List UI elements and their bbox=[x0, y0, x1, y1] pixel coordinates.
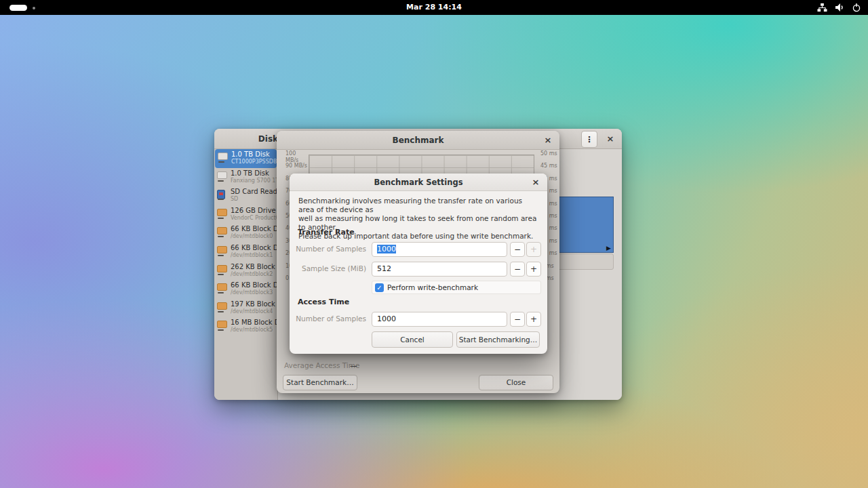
sidebar-device-item[interactable]: 16 MB Block Dev /dev/mtdblock5 bbox=[214, 317, 277, 336]
check-icon: ✓ bbox=[376, 284, 382, 291]
block-icon bbox=[217, 283, 228, 294]
sidebar-device-item[interactable]: 66 KB Block Dev /dev/mtdblock3 bbox=[214, 280, 277, 299]
plus-icon: + bbox=[530, 314, 537, 324]
block-icon bbox=[217, 209, 228, 220]
access-samples-row: Number of Samples 1000 − + bbox=[290, 312, 547, 327]
axis-tick-label: 50 ms bbox=[540, 150, 558, 157]
device-subtitle: /dev/mtdblock1 bbox=[231, 252, 276, 259]
plus-button[interactable]: + bbox=[526, 312, 541, 327]
sidebar-device-item[interactable]: 126 GB Drive VendorC ProductC bbox=[214, 205, 277, 224]
device-title: 66 KB Block Dev bbox=[231, 225, 276, 233]
minus-icon: − bbox=[514, 245, 521, 254]
average-access-time-label: Average Access Time bbox=[284, 361, 359, 369]
device-title: 126 GB Drive bbox=[231, 207, 276, 215]
transfer-samples-input[interactable]: 1000 bbox=[372, 242, 507, 257]
device-subtitle: CT1000P3PSSD8 bbox=[231, 159, 275, 165]
minus-icon: − bbox=[514, 264, 521, 274]
device-subtitle: /dev/mtdblock5 bbox=[231, 327, 276, 333]
selected-text: 1000 bbox=[377, 245, 396, 253]
transfer-rate-heading: Transfer Rate bbox=[298, 228, 355, 237]
device-title: 66 KB Block Dev bbox=[231, 281, 276, 289]
device-sidebar: 1.0 TB Disk CT1000P3PSSD8 1.0 TB Disk Fa… bbox=[214, 149, 278, 400]
write-benchmark-label: Perform write-benchmark bbox=[387, 283, 478, 291]
sd-icon bbox=[217, 190, 228, 201]
sample-size-input[interactable]: 512 bbox=[372, 262, 507, 277]
device-title: 197 KB Block De bbox=[231, 300, 276, 308]
access-samples-label: Number of Samples bbox=[290, 314, 366, 323]
device-title: SD Card Reader bbox=[231, 188, 276, 196]
device-subtitle: VendorC ProductC bbox=[231, 215, 276, 222]
block-icon bbox=[217, 302, 228, 313]
axis-tick-label: 90 MB/s bbox=[285, 163, 309, 169]
block-icon bbox=[217, 265, 228, 276]
device-title: 262 KB Block De bbox=[231, 263, 276, 271]
kebab-icon: ⋮ bbox=[585, 135, 593, 144]
average-access-time-value: — bbox=[350, 361, 357, 369]
device-subtitle: /dev/mtdblock0 bbox=[231, 233, 276, 240]
sidebar-device-item[interactable]: 1.0 TB Disk CT1000P3PSSD8 bbox=[215, 149, 277, 168]
sidebar-device-item[interactable]: 1.0 TB Disk Fanxiang S700 1TB bbox=[214, 168, 277, 187]
sidebar-device-item[interactable]: 66 KB Block Dev /dev/mtdblock0 bbox=[214, 224, 277, 243]
access-time-heading: Access Time bbox=[298, 298, 349, 306]
axis-tick-label: 45 ms bbox=[540, 163, 558, 169]
drive-icon bbox=[217, 171, 228, 182]
close-icon[interactable]: × bbox=[530, 176, 542, 188]
device-title: 16 MB Block Dev bbox=[231, 319, 276, 327]
minus-icon: − bbox=[514, 314, 521, 324]
device-title: 66 KB Block Dev bbox=[231, 244, 276, 252]
write-benchmark-checkbox[interactable]: ✓ bbox=[375, 283, 384, 292]
volume-icon bbox=[835, 3, 844, 12]
cancel-button[interactable]: Cancel bbox=[372, 331, 453, 348]
network-wired-icon bbox=[817, 3, 827, 12]
device-subtitle: SD bbox=[231, 196, 276, 203]
close-icon[interactable]: × bbox=[542, 134, 554, 146]
device-title: 1.0 TB Disk bbox=[231, 169, 276, 178]
plus-icon: + bbox=[530, 264, 537, 274]
sample-size-row: Sample Size (MiB) 512 − + bbox=[290, 262, 547, 277]
sidebar-device-item[interactable]: SD Card Reader SD bbox=[214, 186, 277, 205]
average-access-time-row: Average Access Time — bbox=[284, 361, 359, 369]
sidebar-device-item[interactable]: 197 KB Block De /dev/mtdblock4 bbox=[214, 299, 277, 318]
close-icon[interactable]: × bbox=[604, 133, 616, 145]
minus-button[interactable]: − bbox=[510, 312, 525, 327]
device-subtitle: /dev/mtdblock3 bbox=[231, 289, 276, 296]
settings-dialog-title: Benchmark Settings bbox=[290, 174, 547, 191]
transfer-samples-row: Number of Samples 1000 − + bbox=[290, 242, 547, 258]
block-icon bbox=[217, 321, 228, 331]
benchmark-close-button[interactable]: Close bbox=[479, 375, 553, 390]
axis-tick-label: 100 MB/s bbox=[285, 150, 309, 157]
drive-icon bbox=[218, 152, 229, 163]
write-benchmark-row: ✓ Perform write-benchmark bbox=[372, 281, 541, 294]
minus-button[interactable]: − bbox=[510, 242, 525, 257]
power-icon bbox=[852, 3, 861, 12]
sidebar-device-item[interactable]: 262 KB Block De /dev/mtdblock2 bbox=[214, 262, 277, 281]
device-subtitle: /dev/mtdblock2 bbox=[231, 271, 276, 278]
benchmark-settings-dialog: Benchmark Settings × Benchmarking involv… bbox=[290, 174, 547, 354]
device-subtitle: Fanxiang S700 1TB bbox=[231, 178, 276, 184]
plus-button[interactable]: + bbox=[526, 262, 541, 277]
device-title: 1.0 TB Disk bbox=[231, 150, 275, 159]
sidebar-device-item[interactable]: 66 KB Block Dev /dev/mtdblock1 bbox=[214, 243, 277, 262]
plus-button: + bbox=[526, 242, 541, 257]
settings-headerbar: Benchmark Settings × bbox=[290, 174, 547, 191]
device-subtitle: /dev/mtdblock4 bbox=[231, 308, 276, 315]
clock[interactable]: Mar 28 14:14 bbox=[0, 0, 868, 15]
plus-icon: + bbox=[530, 245, 537, 254]
transfer-samples-label: Number of Samples bbox=[290, 245, 366, 253]
start-benchmark-button[interactable]: Start Benchmark… bbox=[283, 375, 357, 390]
system-status-area[interactable] bbox=[817, 0, 861, 15]
benchmark-headerbar: Benchmark × bbox=[277, 131, 559, 150]
benchmark-dialog-title: Benchmark bbox=[277, 131, 559, 150]
sample-size-label: Sample Size (MiB) bbox=[290, 264, 366, 272]
menu-button[interactable]: ⋮ bbox=[581, 131, 597, 148]
play-icon: ▶ bbox=[606, 245, 611, 251]
minus-button[interactable]: − bbox=[510, 262, 525, 277]
access-samples-input[interactable]: 1000 bbox=[372, 312, 507, 327]
block-icon bbox=[217, 246, 228, 257]
block-icon bbox=[217, 227, 228, 238]
top-bar: Mar 28 14:14 bbox=[0, 0, 868, 15]
start-benchmarking-button[interactable]: Start Benchmarking… bbox=[456, 331, 540, 348]
